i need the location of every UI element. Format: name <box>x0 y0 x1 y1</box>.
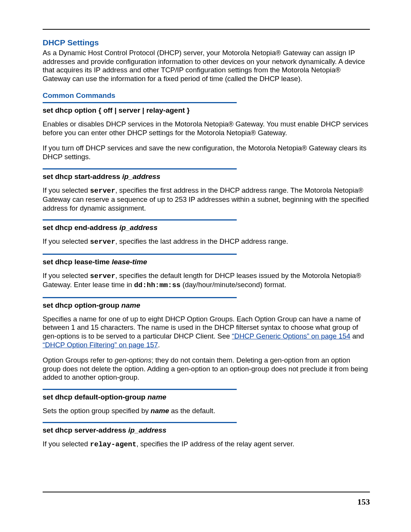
mono-text: server <box>90 272 115 280</box>
command-heading: set dhcp default-option-group name <box>43 393 370 401</box>
command-param: ip_address <box>122 173 160 181</box>
command-desc: Enables or disables DHCP services in the… <box>43 120 370 137</box>
top-divider <box>43 29 370 30</box>
text: Option Groups refer to <box>43 356 115 364</box>
cross-ref-link[interactable]: “DHCP Option Filtering” on page 157 <box>43 341 158 349</box>
text: and <box>350 332 364 340</box>
command-name: set dhcp end-address <box>43 224 119 232</box>
command-name: set dhcp option { off | server | relay-a… <box>43 106 190 114</box>
section-title: DHCP Settings <box>43 38 370 47</box>
mono-text: server <box>90 238 115 246</box>
command-param: name <box>121 301 140 309</box>
command-heading: set dhcp start-address ip_address <box>43 173 370 181</box>
command-heading: set dhcp lease-time lease-time <box>43 258 370 266</box>
command-param: ip_address <box>119 224 158 232</box>
command-name: set dhcp default-option-group <box>43 393 147 401</box>
command-divider <box>43 102 237 103</box>
command-name: set dhcp lease-time <box>43 258 112 266</box>
command-desc: If you selected server, specifies the la… <box>43 237 370 247</box>
text: , specifies the last address in the DHCP… <box>115 237 288 245</box>
subsection-title: Common Commands <box>43 91 370 100</box>
command-desc: Specifies a name for one of up to eight … <box>43 315 370 349</box>
command-divider <box>43 389 237 390</box>
document-page: DHCP Settings As a Dynamic Host Control … <box>0 0 411 532</box>
command-desc: If you selected relay-agent, specifies t… <box>43 440 370 449</box>
command-param: lease-time <box>112 258 147 266</box>
text: If you selected <box>43 440 90 448</box>
command-divider <box>43 254 237 255</box>
command-param: name <box>147 393 166 401</box>
italic-text: gen-options <box>115 356 151 364</box>
text: If you selected <box>43 237 90 245</box>
command-desc: If you selected server, specifies the de… <box>43 272 370 290</box>
command-desc: If you selected server, specifies the fi… <box>43 186 370 213</box>
command-heading: set dhcp server-address ip_address <box>43 426 370 435</box>
command-desc-extra: Option Groups refer to gen-options; they… <box>43 356 370 382</box>
text: If you selected <box>43 272 90 280</box>
text: If you selected <box>43 186 90 194</box>
command-divider <box>43 422 237 423</box>
command-desc: Sets the option group specified by name … <box>43 407 370 415</box>
bolditalic-text: name <box>151 407 169 415</box>
command-desc-extra: If you turn off DHCP services and save t… <box>43 144 370 161</box>
command-divider <box>43 297 237 298</box>
command-name: set dhcp start-address <box>43 173 122 181</box>
command-heading: set dhcp end-address ip_address <box>43 224 370 232</box>
text: as the default. <box>169 407 215 415</box>
command-heading: set dhcp option-group name <box>43 301 370 310</box>
command-divider <box>43 168 237 169</box>
command-divider <box>43 219 237 220</box>
command-name: set dhcp option-group <box>43 301 121 309</box>
page-number: 153 <box>357 497 370 507</box>
mono-text: server <box>90 187 115 195</box>
command-heading: set dhcp option { off | server | relay-a… <box>43 106 370 115</box>
bottom-divider <box>43 492 370 492</box>
mono-text: dd:hh:mm:ss <box>134 281 180 289</box>
command-name: set dhcp server-address <box>43 426 128 434</box>
intro-paragraph: As a Dynamic Host Control Protocol (DHCP… <box>43 49 370 83</box>
mono-text: relay-agent <box>90 441 136 449</box>
text: . <box>158 341 160 349</box>
text: (day/hour/minute/second) format. <box>180 281 286 289</box>
text: , specifies the IP address of the relay … <box>137 440 295 448</box>
text: Sets the option group specified by <box>43 407 151 415</box>
command-param: ip_address <box>128 426 166 434</box>
cross-ref-link[interactable]: “DHCP Generic Options” on page 154 <box>232 332 350 340</box>
